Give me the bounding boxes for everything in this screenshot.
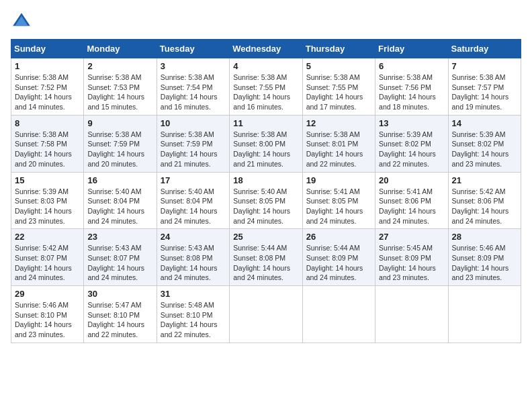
day-number: 3: [161, 61, 226, 71]
day-cell-12: 12Sunrise: 5:38 AMSunset: 8:01 PMDayligh…: [302, 115, 375, 172]
day-number: 31: [161, 289, 226, 299]
day-number: 29: [15, 289, 80, 299]
day-cell-16: 16Sunrise: 5:40 AMSunset: 8:04 PMDayligh…: [84, 172, 157, 229]
day-info: Sunrise: 5:46 AMSunset: 8:09 PMDaylight:…: [452, 243, 517, 283]
day-cell-10: 10Sunrise: 5:38 AMSunset: 7:59 PMDayligh…: [157, 115, 229, 172]
day-info: Sunrise: 5:48 AMSunset: 8:10 PMDaylight:…: [161, 300, 226, 340]
day-number: 19: [306, 175, 371, 185]
logo-icon: [11, 11, 32, 32]
day-info: Sunrise: 5:39 AMSunset: 8:02 PMDaylight:…: [379, 130, 444, 169]
day-number: 18: [233, 175, 298, 185]
week-row-5: 29Sunrise: 5:46 AMSunset: 8:10 PMDayligh…: [11, 286, 521, 343]
day-info: Sunrise: 5:41 AMSunset: 8:06 PMDaylight:…: [379, 187, 444, 226]
day-number: 14: [452, 118, 517, 128]
header-cell-monday: Monday: [84, 40, 157, 58]
calendar-table: SundayMondayTuesdayWednesdayThursdayFrid…: [11, 39, 521, 343]
day-info: Sunrise: 5:38 AMSunset: 7:57 PMDaylight:…: [452, 73, 517, 112]
header-cell-wednesday: Wednesday: [230, 40, 302, 58]
day-info: Sunrise: 5:43 AMSunset: 8:08 PMDaylight:…: [161, 243, 226, 283]
header-cell-tuesday: Tuesday: [157, 40, 229, 58]
day-cell-3: 3Sunrise: 5:38 AMSunset: 7:54 PMDaylight…: [157, 58, 229, 116]
day-cell-21: 21Sunrise: 5:42 AMSunset: 8:06 PMDayligh…: [448, 172, 521, 229]
day-number: 5: [306, 61, 371, 71]
week-row-2: 8Sunrise: 5:38 AMSunset: 7:58 PMDaylight…: [11, 115, 521, 172]
day-info: Sunrise: 5:38 AMSunset: 7:54 PMDaylight:…: [161, 73, 226, 112]
day-cell-15: 15Sunrise: 5:39 AMSunset: 8:03 PMDayligh…: [11, 172, 84, 229]
day-number: 30: [87, 289, 152, 299]
week-row-1: 1Sunrise: 5:38 AMSunset: 7:52 PMDaylight…: [11, 58, 521, 116]
day-number: 28: [452, 232, 517, 242]
day-number: 12: [306, 118, 371, 128]
day-number: 15: [15, 175, 80, 185]
day-cell-5: 5Sunrise: 5:38 AMSunset: 7:55 PMDaylight…: [302, 58, 375, 116]
day-number: 8: [15, 118, 80, 128]
empty-cell: [230, 286, 302, 343]
day-cell-8: 8Sunrise: 5:38 AMSunset: 7:58 PMDaylight…: [11, 115, 84, 172]
day-info: Sunrise: 5:38 AMSunset: 7:52 PMDaylight:…: [15, 73, 80, 112]
day-info: Sunrise: 5:38 AMSunset: 7:53 PMDaylight:…: [87, 73, 152, 112]
day-cell-1: 1Sunrise: 5:38 AMSunset: 7:52 PMDaylight…: [11, 58, 84, 116]
day-number: 27: [379, 232, 444, 242]
header: [11, 11, 521, 32]
day-cell-22: 22Sunrise: 5:42 AMSunset: 8:07 PMDayligh…: [11, 229, 84, 286]
day-info: Sunrise: 5:42 AMSunset: 8:06 PMDaylight:…: [452, 187, 517, 226]
day-info: Sunrise: 5:47 AMSunset: 8:10 PMDaylight:…: [87, 300, 152, 340]
day-info: Sunrise: 5:42 AMSunset: 8:07 PMDaylight:…: [15, 243, 80, 283]
header-cell-friday: Friday: [375, 40, 448, 58]
day-cell-13: 13Sunrise: 5:39 AMSunset: 8:02 PMDayligh…: [375, 115, 448, 172]
day-info: Sunrise: 5:40 AMSunset: 8:04 PMDaylight:…: [87, 187, 152, 226]
day-number: 20: [379, 175, 444, 185]
header-row: SundayMondayTuesdayWednesdayThursdayFrid…: [11, 40, 521, 58]
day-number: 1: [15, 61, 80, 71]
day-info: Sunrise: 5:38 AMSunset: 7:55 PMDaylight:…: [306, 73, 371, 112]
day-info: Sunrise: 5:40 AMSunset: 8:05 PMDaylight:…: [233, 187, 298, 226]
day-number: 4: [233, 61, 298, 71]
day-cell-4: 4Sunrise: 5:38 AMSunset: 7:55 PMDaylight…: [230, 58, 302, 116]
day-cell-6: 6Sunrise: 5:38 AMSunset: 7:56 PMDaylight…: [375, 58, 448, 116]
day-number: 17: [161, 175, 226, 185]
day-cell-28: 28Sunrise: 5:46 AMSunset: 8:09 PMDayligh…: [448, 229, 521, 286]
day-number: 11: [233, 118, 298, 128]
header-cell-saturday: Saturday: [448, 40, 521, 58]
day-number: 21: [452, 175, 517, 185]
day-cell-2: 2Sunrise: 5:38 AMSunset: 7:53 PMDaylight…: [84, 58, 157, 116]
day-cell-11: 11Sunrise: 5:38 AMSunset: 8:00 PMDayligh…: [230, 115, 302, 172]
day-number: 10: [161, 118, 226, 128]
day-cell-14: 14Sunrise: 5:39 AMSunset: 8:02 PMDayligh…: [448, 115, 521, 172]
day-cell-26: 26Sunrise: 5:44 AMSunset: 8:09 PMDayligh…: [302, 229, 375, 286]
day-cell-25: 25Sunrise: 5:44 AMSunset: 8:08 PMDayligh…: [230, 229, 302, 286]
day-info: Sunrise: 5:46 AMSunset: 8:10 PMDaylight:…: [15, 300, 80, 340]
day-number: 23: [87, 232, 152, 242]
day-info: Sunrise: 5:38 AMSunset: 8:00 PMDaylight:…: [233, 130, 298, 169]
day-number: 9: [87, 118, 152, 128]
day-number: 2: [87, 61, 152, 71]
empty-cell: [302, 286, 375, 343]
day-info: Sunrise: 5:44 AMSunset: 8:09 PMDaylight:…: [306, 243, 371, 283]
day-info: Sunrise: 5:40 AMSunset: 8:04 PMDaylight:…: [161, 187, 226, 226]
day-cell-19: 19Sunrise: 5:41 AMSunset: 8:05 PMDayligh…: [302, 172, 375, 229]
day-cell-30: 30Sunrise: 5:47 AMSunset: 8:10 PMDayligh…: [84, 286, 157, 343]
day-number: 26: [306, 232, 371, 242]
day-cell-18: 18Sunrise: 5:40 AMSunset: 8:05 PMDayligh…: [230, 172, 302, 229]
day-info: Sunrise: 5:44 AMSunset: 8:08 PMDaylight:…: [233, 243, 298, 283]
day-number: 16: [87, 175, 152, 185]
day-number: 13: [379, 118, 444, 128]
empty-cell: [375, 286, 448, 343]
week-row-3: 15Sunrise: 5:39 AMSunset: 8:03 PMDayligh…: [11, 172, 521, 229]
day-number: 24: [161, 232, 226, 242]
day-number: 6: [379, 61, 444, 71]
day-info: Sunrise: 5:45 AMSunset: 8:09 PMDaylight:…: [379, 243, 444, 283]
day-info: Sunrise: 5:41 AMSunset: 8:05 PMDaylight:…: [306, 187, 371, 226]
day-info: Sunrise: 5:38 AMSunset: 7:56 PMDaylight:…: [379, 73, 444, 112]
header-cell-sunday: Sunday: [11, 40, 84, 58]
day-cell-17: 17Sunrise: 5:40 AMSunset: 8:04 PMDayligh…: [157, 172, 229, 229]
day-info: Sunrise: 5:39 AMSunset: 8:02 PMDaylight:…: [452, 130, 517, 169]
day-info: Sunrise: 5:38 AMSunset: 8:01 PMDaylight:…: [306, 130, 371, 169]
day-number: 7: [452, 61, 517, 71]
day-info: Sunrise: 5:38 AMSunset: 7:59 PMDaylight:…: [87, 130, 152, 169]
day-cell-27: 27Sunrise: 5:45 AMSunset: 8:09 PMDayligh…: [375, 229, 448, 286]
header-cell-thursday: Thursday: [302, 40, 375, 58]
day-info: Sunrise: 5:43 AMSunset: 8:07 PMDaylight:…: [87, 243, 152, 283]
day-info: Sunrise: 5:38 AMSunset: 7:59 PMDaylight:…: [161, 130, 226, 169]
day-number: 22: [15, 232, 80, 242]
